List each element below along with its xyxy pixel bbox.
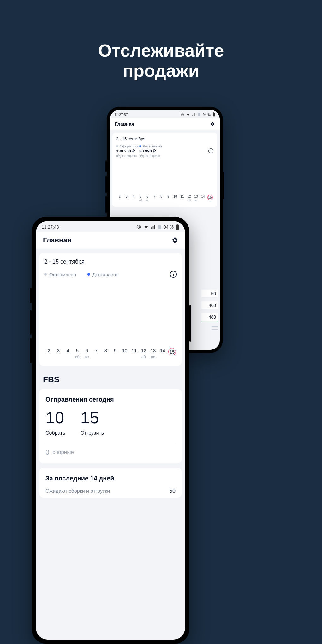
legend-delivered: Доставлено	[87, 272, 119, 277]
sim-icon	[158, 224, 162, 230]
svg-rect-5	[177, 224, 178, 225]
svg-rect-4	[176, 225, 179, 230]
info-icon[interactable]: i	[208, 148, 213, 153]
fbs-shipments-title: Отправления сегодня	[45, 396, 176, 403]
hero-title: Отслеживайте продажи	[0, 0, 322, 81]
signal-icon	[151, 224, 156, 230]
last14-row-awaiting[interactable]: Ожидают сборки и отгрузки 50	[45, 488, 176, 494]
page-title: Главная	[43, 236, 71, 244]
battery-pct: 94 %	[203, 113, 211, 116]
phone-mock-front: 11:27:43 94 % Главная 2 - 15 сентября Оф…	[32, 217, 189, 644]
formed-amount: 130 250 ₽	[116, 149, 139, 153]
last14-card: За последние 14 дней Ожидают сборки и от…	[39, 468, 182, 498]
battery-icon	[176, 224, 179, 230]
svg-rect-1	[213, 113, 215, 116]
status-time: 11:27:43	[42, 224, 59, 230]
fbs-section-title: FBS	[36, 366, 185, 386]
alarm-icon	[137, 224, 142, 230]
delivered-amount: 80 990 ₽	[139, 149, 162, 153]
legend-formed: Оформлено	[44, 272, 76, 277]
sim-icon	[198, 113, 201, 116]
status-bar: 11:27:43 94 %	[36, 221, 185, 232]
x-axis: 2 3 4 5сб6вс7 8 9 10 11 12сб13вс14 15	[116, 195, 213, 204]
battery-icon	[212, 112, 215, 117]
gear-icon[interactable]	[171, 237, 178, 244]
menu-icon[interactable]	[212, 325, 218, 331]
status-bar: 11:27:57 94 %	[110, 110, 220, 118]
last14-title: За последние 14 дней	[45, 475, 176, 482]
svg-rect-2	[213, 112, 214, 113]
signal-icon	[192, 113, 196, 116]
battery-pct: 94 %	[164, 224, 174, 230]
bar-chart	[44, 285, 177, 345]
app-header: Главная	[110, 118, 220, 130]
fbs-disputed[interactable]: 0 спорные	[45, 448, 176, 456]
fbs-collect[interactable]: 10 Собрать	[45, 408, 65, 436]
peek-values: 50 460 480	[201, 290, 218, 331]
status-time: 11:27:57	[114, 113, 128, 116]
chart-card: 2 - 15 сентября Оформлено 130 250 ₽ н/д …	[112, 133, 217, 207]
wifi-icon	[144, 224, 149, 230]
page-title: Главная	[115, 121, 134, 127]
fbs-ship[interactable]: 15 Отгрузить	[80, 408, 104, 436]
chart-card: 2 - 15 сентября Оформлено Доставлено i 2…	[39, 253, 182, 366]
app-header: Главная	[36, 232, 185, 249]
gear-icon[interactable]	[210, 122, 215, 127]
alarm-icon	[181, 113, 184, 116]
x-axis: 2 3 4 5сб6вс7 8 9 10 11 12сб13вс14 15	[44, 348, 177, 361]
legend-delivered: Доставлено	[139, 144, 162, 148]
wifi-icon	[186, 113, 190, 116]
date-range: 2 - 15 сентября	[44, 259, 177, 265]
info-icon[interactable]: i	[170, 271, 177, 278]
fbs-shipments-card: Отправления сегодня 10 Собрать 15 Отгруз…	[39, 389, 182, 463]
bar-chart	[116, 161, 213, 193]
legend-formed: Оформлено	[116, 144, 139, 148]
date-range: 2 - 15 сентября	[116, 136, 213, 141]
